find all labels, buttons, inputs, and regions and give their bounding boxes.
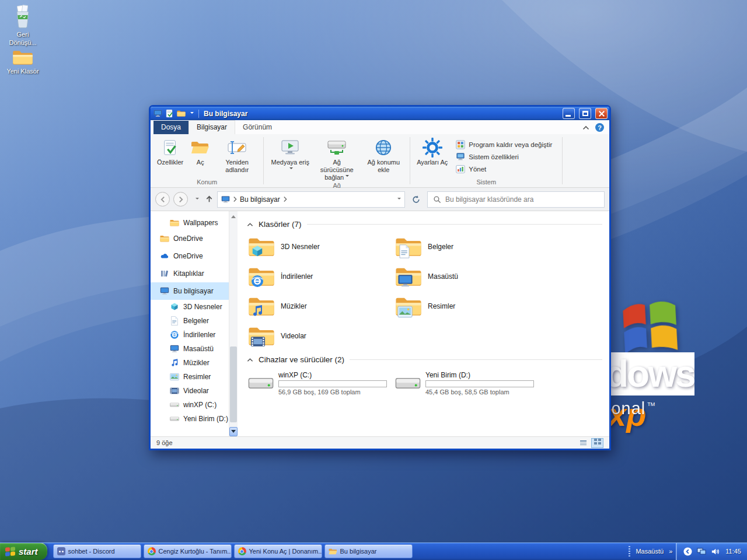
folder-item-pictures[interactable]: Resimler [395, 295, 542, 317]
dropdown-icon [345, 175, 349, 178]
clock[interactable]: 11:45 [724, 548, 741, 555]
ribbon-group-location: Özellikler Aç Yeniden adlandır Konum [151, 134, 263, 187]
tab-computer[interactable]: Bilgisayar [189, 120, 235, 134]
details-view-button[interactable] [577, 438, 589, 448]
open-settings-button[interactable]: Ayarları Aç [413, 136, 451, 166]
quick-access-dropdown-icon[interactable] [190, 112, 194, 116]
sidebar-item-wallpapers[interactable]: Wallpapers [151, 216, 229, 230]
hidden-icons-button[interactable] [683, 547, 692, 556]
folder-item-music[interactable]: Müzikler [248, 295, 395, 317]
sidebar-item-desktop[interactable]: Masaüstü [151, 342, 229, 356]
forward-button[interactable] [173, 192, 188, 206]
task-button-browser-2[interactable]: Yeni Konu Aç | Donanım... [234, 544, 322, 558]
sidebar-item-this-pc[interactable]: Bu bilgisayar [151, 282, 229, 300]
drive-item-c[interactable]: winXP (C:) 56,9 GB boş, 169 GB toplam [248, 371, 395, 396]
folder-item-downloads[interactable]: İndirilenler [248, 265, 395, 288]
breadcrumb[interactable]: Bu bilgisayar [240, 195, 280, 204]
scroll-up-button[interactable] [229, 211, 238, 220]
volume-icon[interactable] [711, 547, 720, 556]
breadcrumb-chevron-icon[interactable] [283, 196, 287, 202]
sidebar-item-videos[interactable]: Videolar [151, 384, 229, 398]
network-icon[interactable] [697, 547, 706, 555]
desktop-icon-new-folder[interactable]: Yeni Klasör [4, 49, 42, 76]
toolbar-grip[interactable] [629, 546, 630, 556]
collapse-icon[interactable] [247, 358, 253, 362]
quick-access-properties-icon[interactable] [165, 109, 174, 118]
folders-group-header[interactable]: Klasörler (7) [247, 220, 602, 229]
folder-item-3d-objects[interactable]: 3D Nesneler [248, 236, 395, 258]
desktop-toolbar-label[interactable]: Masaüstü [636, 548, 664, 555]
folder-item-documents[interactable]: Belgeler [395, 236, 542, 258]
properties-button[interactable]: Özellikler [153, 136, 187, 166]
drive-capacity-text: 45,4 GB boş, 58,5 GB toplam [425, 388, 534, 396]
search-box[interactable] [427, 191, 605, 208]
scrollbar-thumb[interactable] [230, 346, 237, 422]
desktop-icon-recycle-bin[interactable]: Geri Dönüşü... [4, 5, 42, 47]
drive-item-d[interactable]: Yeni Birim (D:) 45,4 GB boş, 58,5 GB top… [395, 371, 542, 396]
desktop-icon-label: Geri Dönüşü... [4, 31, 42, 47]
sidebar-item-drive-d[interactable]: Yeni Birim (D:) [151, 412, 229, 426]
ribbon-group-network: Medyaya eriş Ağ sürücüsüne bağlan Ağ kon… [264, 134, 410, 187]
sidebar-item-downloads[interactable]: İndirilenler [151, 328, 229, 342]
xp-logo-edition: ional [607, 399, 645, 418]
header-rule [307, 224, 602, 225]
sidebar-item-documents[interactable]: Belgeler [151, 314, 229, 328]
sidebar-item-onedrive[interactable]: OneDrive [151, 230, 229, 247]
sidebar-item-onedrive-cloud[interactable]: OneDrive [151, 247, 229, 265]
capacity-bar [425, 380, 534, 387]
task-button-browser-1[interactable]: Cengiz Kurtoğlu - Tanım... [144, 544, 232, 558]
hard-drive-icon [248, 374, 274, 392]
window-icon [153, 109, 162, 118]
sidebar-item-libraries[interactable]: Kitaplıklar [151, 265, 229, 282]
scroll-down-button[interactable] [229, 427, 238, 436]
system-properties-button[interactable]: Sistem özellikleri [453, 152, 554, 162]
taskbar-tasks: sohbet - Discord Cengiz Kurtoğlu - Tanım… [53, 544, 413, 558]
sidebar-item-drive-c[interactable]: winXP (C:) [151, 398, 229, 412]
folder-item-desktop[interactable]: Masaüstü [395, 265, 542, 288]
open-button[interactable]: Aç [187, 136, 214, 166]
maximize-button[interactable] [579, 108, 591, 119]
refresh-button[interactable] [409, 192, 424, 207]
sidebar-item-pictures[interactable]: Resimler [151, 370, 229, 384]
toolbar-chevron[interactable]: » [669, 548, 672, 555]
computer-icon [160, 286, 169, 296]
folder-item-videos[interactable]: Videolar [248, 325, 395, 347]
help-icon[interactable] [595, 123, 604, 132]
thumbnails-view-button[interactable] [591, 438, 603, 448]
address-bar[interactable]: Bu bilgisayar [217, 191, 405, 208]
explorer-main: Wallpapers OneDrive OneDrive Kitaplıklar… [151, 211, 609, 436]
tab-view[interactable]: Görünüm [235, 121, 280, 134]
sidebar-item-music[interactable]: Müzikler [151, 356, 229, 370]
access-media-button[interactable]: Medyaya eriş [267, 136, 313, 174]
tab-file[interactable]: Dosya [153, 121, 189, 134]
downloads-icon [170, 330, 179, 340]
cube-icon [170, 302, 179, 312]
recent-locations-dropdown[interactable] [191, 192, 201, 206]
quick-access-new-folder-icon[interactable] [177, 109, 186, 118]
ribbon-group-label: Konum [151, 178, 263, 187]
titlebar[interactable]: Bu bilgisayar [151, 107, 609, 120]
minimize-button[interactable] [563, 108, 575, 119]
rename-button[interactable]: Yeniden adlandır [214, 136, 260, 174]
drives-group-header[interactable]: Cihazlar ve sürücüler (2) [247, 355, 602, 364]
task-button-discord[interactable]: sohbet - Discord [53, 544, 141, 558]
up-button[interactable] [204, 192, 214, 206]
uninstall-icon [456, 140, 465, 149]
collapse-icon[interactable] [247, 222, 253, 227]
map-network-drive-button[interactable]: Ağ sürücüsüne bağlan [313, 136, 360, 181]
add-network-location-button[interactable]: Ağ konumu ekle [360, 136, 407, 174]
sidebar-item-3d-objects[interactable]: 3D Nesneler [151, 300, 229, 314]
ribbon-collapse-icon[interactable] [582, 125, 589, 130]
sidebar-scrollbar[interactable] [229, 211, 238, 436]
dropdown-icon [289, 167, 293, 171]
breadcrumb-chevron-icon[interactable] [233, 196, 237, 202]
start-button[interactable]: start [0, 542, 47, 560]
address-dropdown-icon[interactable] [397, 198, 401, 201]
downloads-icon [250, 274, 264, 288]
uninstall-program-button[interactable]: Program kaldır veya değiştir [453, 139, 554, 150]
close-button[interactable] [595, 108, 608, 119]
back-button[interactable] [155, 192, 170, 206]
manage-button[interactable]: Yönet [453, 164, 554, 174]
search-input[interactable] [445, 195, 599, 204]
task-button-explorer[interactable]: Bu bilgisayar [324, 544, 413, 558]
